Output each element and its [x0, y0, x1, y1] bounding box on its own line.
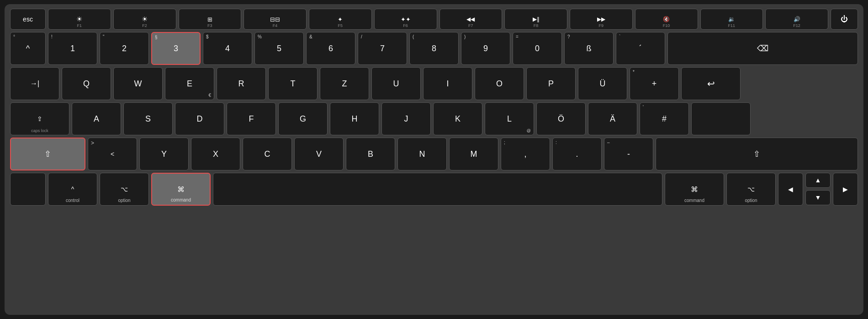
key-a-uml[interactable]: Ä — [588, 102, 637, 135]
key-return[interactable]: ↩ — [681, 67, 741, 100]
num-row: ° ^ ! 1 " 2 § 3 $ 4 % 5 & 6 — [10, 32, 858, 65]
key-7[interactable]: / 7 — [358, 32, 407, 65]
key-y[interactable]: Y — [139, 138, 189, 170]
key-f11[interactable]: 🔉 F11 — [700, 9, 763, 30]
key-f1[interactable]: ☀ F1 — [48, 9, 111, 30]
key-k[interactable]: K — [433, 102, 482, 135]
key-w[interactable]: W — [113, 67, 163, 100]
key-caps[interactable]: ⇪ caps lock — [10, 102, 69, 135]
key-f9[interactable]: ▶▶ F9 — [570, 9, 633, 30]
key-c[interactable]: C — [243, 138, 292, 170]
key-u[interactable]: U — [371, 67, 421, 100]
key-angle[interactable]: > < — [88, 138, 137, 170]
key-comma[interactable]: ; , — [501, 138, 550, 170]
key-1[interactable]: ! 1 — [48, 32, 97, 65]
key-f8[interactable]: ▶‖ F8 — [504, 9, 567, 30]
key-power[interactable]: ⏻ — [831, 9, 858, 30]
key-esc[interactable]: esc — [10, 9, 46, 30]
key-space[interactable] — [213, 173, 662, 206]
key-f12[interactable]: 🔊 F12 — [765, 9, 828, 30]
key-p[interactable]: P — [526, 67, 576, 100]
key-f3[interactable]: ⊞ F3 — [179, 9, 242, 30]
key-o[interactable]: O — [475, 67, 524, 100]
key-tick[interactable]: ` ´ — [616, 32, 665, 65]
key-dot[interactable]: : . — [552, 138, 602, 170]
key-f2[interactable]: ☀ F2 — [113, 9, 176, 30]
key-arrow-left[interactable]: ◀ — [778, 173, 803, 206]
key-option-left[interactable]: ⌥ option — [100, 173, 149, 206]
key-f[interactable]: F — [227, 102, 276, 135]
key-g[interactable]: G — [278, 102, 328, 135]
key-e[interactable]: E € — [165, 67, 214, 100]
zxcv-row: ⇧ > < Y X C V B N M ; , : . – - ⇧ — [10, 138, 858, 170]
key-arrow-right[interactable]: ▶ — [833, 173, 858, 206]
key-6[interactable]: & 6 — [306, 32, 355, 65]
key-u-uml[interactable]: Ü — [578, 67, 627, 100]
key-dash[interactable]: – - — [604, 138, 653, 170]
keyboard: esc ☀ F1 ☀ F2 ⊞ F3 ⊟⊟ F4 ✦ F5 ✦✦ F6 — [5, 4, 863, 315]
key-hash[interactable]: ' # — [640, 102, 689, 135]
key-f7[interactable]: ◀◀ F7 — [439, 9, 503, 30]
key-t[interactable]: T — [268, 67, 318, 100]
key-3[interactable]: § 3 — [151, 32, 201, 65]
key-8[interactable]: ( 8 — [409, 32, 459, 65]
fn-row: esc ☀ F1 ☀ F2 ⊞ F3 ⊟⊟ F4 ✦ F5 ✦✦ F6 — [10, 9, 858, 30]
key-d[interactable]: D — [175, 102, 224, 135]
key-b[interactable]: B — [346, 138, 395, 170]
key-control[interactable]: ^ control — [48, 173, 97, 206]
key-f5[interactable]: ✦ F5 — [309, 9, 372, 30]
key-fn[interactable] — [10, 173, 46, 206]
key-r[interactable]: R — [217, 67, 266, 100]
key-i[interactable]: I — [423, 67, 472, 100]
key-q[interactable]: Q — [62, 67, 111, 100]
key-lshift[interactable]: ⇧ — [10, 138, 85, 170]
key-n[interactable]: N — [397, 138, 447, 170]
key-4[interactable]: $ 4 — [203, 32, 252, 65]
key-j[interactable]: J — [381, 102, 431, 135]
key-return-bottom[interactable] — [691, 102, 751, 135]
key-z[interactable]: Z — [320, 67, 369, 100]
key-ss[interactable]: ? ß — [564, 32, 614, 65]
key-l[interactable]: L @ — [485, 102, 534, 135]
asdf-row: ⇪ caps lock A S D F G H J K L @ Ö Ä ' # — [10, 102, 858, 135]
key-rshift[interactable]: ⇧ — [656, 138, 858, 170]
qwerty-row: →| Q W E € R T Z U I O P Ü * + ↩ — [10, 67, 858, 100]
key-command-left[interactable]: ⌘ command — [151, 173, 211, 206]
key-0[interactable]: = 0 — [513, 32, 562, 65]
key-backspace[interactable]: ⌫ — [667, 32, 858, 65]
key-plus[interactable]: * + — [630, 67, 679, 100]
key-m[interactable]: M — [449, 138, 498, 170]
key-tab[interactable]: →| — [10, 67, 59, 100]
key-s[interactable]: S — [123, 102, 173, 135]
key-a[interactable]: A — [72, 102, 121, 135]
key-backtick[interactable]: ° ^ — [10, 32, 46, 65]
key-arrow-down[interactable]: ▼ — [805, 190, 831, 205]
key-2[interactable]: " 2 — [100, 32, 149, 65]
key-9[interactable]: ) 9 — [461, 32, 510, 65]
key-x[interactable]: X — [191, 138, 240, 170]
bottom-row: ^ control ⌥ option ⌘ command ⌘ command ⌥… — [10, 173, 858, 206]
key-v[interactable]: V — [294, 138, 344, 170]
key-option-right[interactable]: ⌥ option — [726, 173, 776, 206]
key-h[interactable]: H — [330, 102, 379, 135]
key-f4[interactable]: ⊟⊟ F4 — [243, 9, 307, 30]
key-5[interactable]: % 5 — [254, 32, 304, 65]
key-f10[interactable]: 🔇 F10 — [635, 9, 698, 30]
key-command-right[interactable]: ⌘ command — [665, 173, 724, 206]
key-f6[interactable]: ✦✦ F6 — [374, 9, 437, 30]
key-o-uml[interactable]: Ö — [536, 102, 586, 135]
key-arrow-up[interactable]: ▲ — [805, 173, 831, 188]
